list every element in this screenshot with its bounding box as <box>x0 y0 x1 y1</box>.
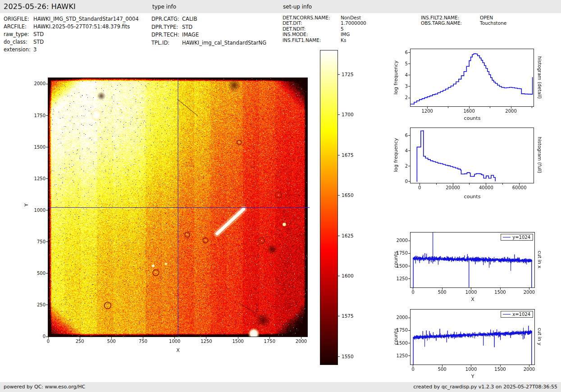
y-tick-label: 1000 <box>23 208 46 213</box>
colorbar-tick-mark <box>338 195 340 196</box>
y-tick-label: 0 <box>23 334 46 339</box>
metadata-label: ARCFILE: <box>4 23 33 31</box>
metadata-label: OBS.TARG.NAME: <box>421 20 480 26</box>
colorbar-tick-label: 1575 <box>342 313 369 319</box>
metadata-value: CALIB <box>182 15 197 23</box>
y-tick-label: 0 <box>385 179 408 184</box>
qc-report-page: { "header": { "title": "2025-05-26: HAWK… <box>0 0 561 392</box>
y-tick-label: 2000 <box>385 238 408 243</box>
x-minor-tick-mark <box>448 107 448 108</box>
x-tick-label: 0 <box>401 367 426 372</box>
metadata-label: extension: <box>4 46 33 54</box>
y-tick-mark <box>408 64 410 64</box>
y-tick-mark <box>408 75 410 75</box>
metadata-row: DET.NCORRS.NAME:NonDest <box>283 15 366 20</box>
y-tick-label: 2000 <box>385 315 408 320</box>
colorbar-tick-label: 1675 <box>342 152 369 158</box>
plot-cx-canvas <box>410 232 534 287</box>
x-tick-label: 1200 <box>415 109 440 114</box>
legend-label: x=1024 <box>512 312 530 317</box>
colorbar-tick-label: 1725 <box>342 72 369 77</box>
x-tick-label: 2000 <box>516 290 542 295</box>
metadata-row: DPR.CATG:CALIB <box>151 15 266 23</box>
colorbar-tick-mark <box>338 155 340 155</box>
y-tick-mark <box>46 115 48 116</box>
legend-line-sample <box>503 237 511 237</box>
y-tick-label: 2000 <box>23 81 46 86</box>
metadata-label: DET.NCORRS.NAME: <box>283 15 341 20</box>
cut-y-legend: x=1024 <box>501 311 533 318</box>
x-tick-label: 0 <box>36 339 61 344</box>
x-tick-label: 1600 <box>456 109 482 114</box>
histogram-detail-plot: 12001600200023456 <box>410 49 534 107</box>
metadata-value: HAWKI_img_cal_StandardStarNG <box>182 39 266 47</box>
metadata-label: DPR.CATG: <box>151 15 182 23</box>
metadata-value: NonDest <box>341 15 361 20</box>
metadata-value: 5 <box>341 26 344 32</box>
y-tick-label: 1250 <box>385 276 408 281</box>
y-tick-mark <box>408 241 410 241</box>
x-minor-tick-mark <box>490 107 490 108</box>
metadata-row: ARCFILE:HAWKI.2025-05-27T07:51:48.379.fi… <box>4 23 139 31</box>
metadata-label: DPR.TECH: <box>151 31 182 39</box>
header-bar: 2025-05-26: HAWKI type info set-up info <box>0 0 561 13</box>
metadata-row: OBS.TARG.NAME:Touchstone <box>421 20 506 26</box>
crosshair-extension <box>307 207 310 208</box>
metadata-value: STD <box>182 23 192 32</box>
metadata-row: raw_type:STD <box>4 31 139 38</box>
hist-full-x-axis-label: counts <box>410 194 534 200</box>
histogram-full-plot: 02000040000600000246 <box>410 128 534 183</box>
type-info-heading: type info <box>152 4 176 10</box>
colorbar-tick-label: 1700 <box>342 112 369 117</box>
y-tick-mark <box>46 210 48 210</box>
legend-line-sample <box>503 314 511 315</box>
metadata-label: INS.FILT2.NAME: <box>421 15 480 20</box>
metadata-label: TPL.ID: <box>151 39 182 47</box>
plot-hd-canvas <box>410 49 534 106</box>
y-tick-mark <box>46 273 48 273</box>
y-tick-mark <box>408 166 410 166</box>
x-tick-label: 1000 <box>459 290 484 295</box>
metadata-row: do_class:STD <box>4 38 139 46</box>
metadata-value: STD <box>33 31 44 38</box>
metadata-row: DET.DIT:1.7000000 <box>283 20 366 26</box>
cut-in-x-plot: y=1024 05001000150020001250150017502000 <box>410 232 535 288</box>
metadata-label: DET.DIT: <box>283 20 341 26</box>
metadata-label: DET.NDIT: <box>283 26 341 32</box>
metadata-label: INS.FILT1.NAME: <box>283 37 341 43</box>
y-tick-label: 6 <box>385 133 408 138</box>
y-tick-mark <box>408 52 410 53</box>
y-tick-label: 1250 <box>23 176 46 181</box>
plot-hf-canvas <box>410 128 534 183</box>
y-tick-mark <box>408 86 410 87</box>
metadata-label: DPR.TYPE: <box>151 23 182 32</box>
y-tick-mark <box>46 305 48 305</box>
metadata-row: INS.FILT2.NAME:OPEN <box>421 15 506 20</box>
plot-cy-canvas <box>410 310 534 365</box>
setup-info-heading: set-up info <box>283 4 312 10</box>
y-tick-label: 500 <box>23 271 46 276</box>
x-tick-label: 1000 <box>162 339 187 344</box>
y-tick-mark <box>408 330 410 331</box>
colorbar-tick-mark <box>338 316 340 316</box>
colorbar-tick-label: 1625 <box>342 233 369 238</box>
metadata-label: ORIGFILE: <box>4 15 33 23</box>
y-tick-mark <box>408 135 410 136</box>
footer-powered-by: powered by QC: www.eso.org/HC <box>4 384 85 390</box>
detector-image-canvas <box>48 78 307 337</box>
x-tick-label: 1500 <box>488 290 513 295</box>
y-tick-label: 1750 <box>23 113 46 118</box>
metadata-value: 3 <box>33 46 36 54</box>
x-tick-label: 2000 <box>516 367 542 372</box>
type-info-block: DPR.CATG:CALIBDPR.TYPE:STDDPR.TECH:IMAGE… <box>151 15 266 47</box>
x-tick-label: 40000 <box>474 185 499 190</box>
x-tick-label: 0 <box>407 185 432 190</box>
metadata-row: extension:3 <box>4 46 139 54</box>
setup-info-block-2: INS.FILT2.NAME:OPENOBS.TARG.NAME:Touchst… <box>421 15 506 26</box>
metadata-row: DET.NDIT:5 <box>283 26 366 32</box>
x-minor-tick-mark <box>502 183 503 185</box>
x-tick-label: 500 <box>429 290 455 295</box>
legend-label: y=1024 <box>512 235 530 240</box>
metadata-label: raw_type: <box>4 31 33 38</box>
x-tick-label: 500 <box>99 339 124 344</box>
